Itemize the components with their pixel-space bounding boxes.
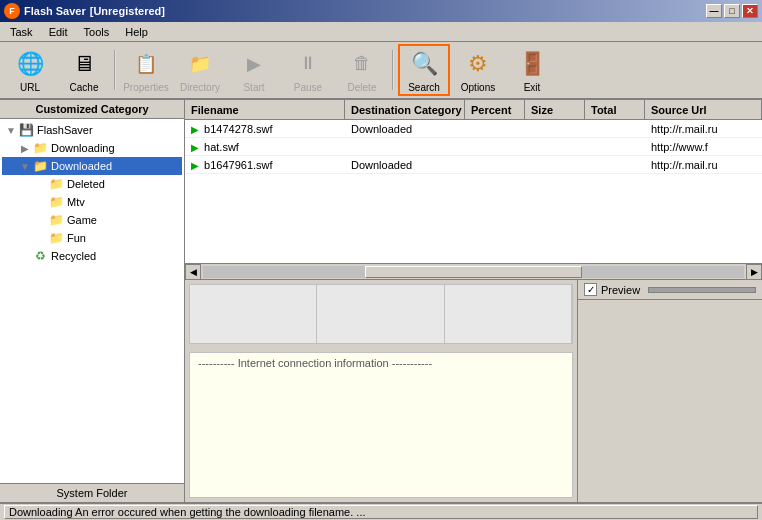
menu-task[interactable]: Task <box>2 22 41 41</box>
mtv-folder-icon: 📁 <box>48 194 64 210</box>
scroll-thumb[interactable] <box>365 266 581 278</box>
menu-tools[interactable]: Tools <box>76 22 118 41</box>
status-bar: Downloading An error occured when gettin… <box>0 502 762 520</box>
table-row[interactable]: ▶ hat.swf http://www.f <box>185 138 762 156</box>
title-bar: F Flash Saver [Unregistered] — □ ✕ <box>0 0 762 22</box>
app-icon: F <box>4 3 20 19</box>
directory-label: Directory <box>180 82 220 93</box>
menu-bar: Task Edit Tools Help <box>0 22 762 42</box>
file-cell-percent-0 <box>465 128 525 130</box>
search-icon: 🔍 <box>408 48 440 80</box>
col-header-filename[interactable]: Filename <box>185 100 345 119</box>
exit-label: Exit <box>524 82 541 93</box>
toolbar-directory-button[interactable]: 📁 Directory <box>174 44 226 96</box>
preview-label: Preview <box>601 284 640 296</box>
preview-checkbox[interactable]: ✓ <box>584 283 597 296</box>
filename-1: hat.swf <box>204 141 239 153</box>
expand-downloaded: ▼ <box>18 161 32 172</box>
sidebar-item-fun[interactable]: 📁 Fun <box>2 229 182 247</box>
scroll-track[interactable] <box>203 266 744 278</box>
file-cell-size-0 <box>525 128 585 130</box>
status-text: Downloading An error occured when gettin… <box>9 506 366 518</box>
status-panel: Downloading An error occured when gettin… <box>4 505 758 519</box>
close-button[interactable]: ✕ <box>742 4 758 18</box>
horizontal-scrollbar[interactable]: ◀ ▶ <box>185 263 762 279</box>
toolbar-url-button[interactable]: 🌐 URL <box>4 44 56 96</box>
sidebar-item-flashsaver[interactable]: ▼ 💾 FlashSaver <box>2 121 182 139</box>
downloaded-label: Downloaded <box>51 160 112 172</box>
file-cell-filename-1: ▶ hat.swf <box>185 140 345 154</box>
info-text: ---------- Internet connection informati… <box>198 357 432 369</box>
file-cell-size-1 <box>525 146 585 148</box>
file-cell-filename-2: ▶ b1647961.swf <box>185 158 345 172</box>
exit-icon: 🚪 <box>516 48 548 80</box>
flashsaver-icon: 💾 <box>18 122 34 138</box>
file-list-header: Filename Destination Category Percent Si… <box>185 100 762 120</box>
sidebar-item-downloading[interactable]: ▶ 📁 Downloading <box>2 139 182 157</box>
delete-label: Delete <box>348 82 377 93</box>
flashsaver-label: FlashSaver <box>37 124 93 136</box>
col-header-size[interactable]: Size <box>525 100 585 119</box>
toolbar-start-button[interactable]: ▶ Start <box>228 44 280 96</box>
col-header-sourceurl[interactable]: Source Url <box>645 100 762 119</box>
search-label: Search <box>408 82 440 93</box>
start-icon: ▶ <box>238 48 270 80</box>
recycled-label: Recycled <box>51 250 96 262</box>
file-cell-sourceurl-1: http://www.f <box>645 140 762 154</box>
game-folder-icon: 📁 <box>48 212 64 228</box>
properties-icon: 📋 <box>130 48 162 80</box>
sidebar-item-downloaded[interactable]: ▼ 📁 Downloaded <box>2 157 182 175</box>
sidebar-footer: System Folder <box>0 483 184 502</box>
filename-2: b1647961.swf <box>204 159 273 171</box>
expand-downloading: ▶ <box>18 143 32 154</box>
preview-box <box>189 284 573 344</box>
toolbar-options-button[interactable]: ⚙ Options <box>452 44 504 96</box>
col-header-total[interactable]: Total <box>585 100 645 119</box>
toolbar-pause-button[interactable]: ⏸ Pause <box>282 44 334 96</box>
fun-label: Fun <box>67 232 86 244</box>
mtv-label: Mtv <box>67 196 85 208</box>
toolbar-exit-button[interactable]: 🚪 Exit <box>506 44 558 96</box>
preview-slider[interactable] <box>648 287 756 293</box>
toolbar-separator-2 <box>392 50 394 90</box>
toolbar: 🌐 URL 🖥 Cache 📋 Properties 📁 Directory ▶… <box>0 42 762 100</box>
minimize-button[interactable]: — <box>706 4 722 18</box>
lower-area: ---------- Internet connection informati… <box>185 280 762 502</box>
pause-label: Pause <box>294 82 322 93</box>
sidebar-item-deleted[interactable]: 📁 Deleted <box>2 175 182 193</box>
options-icon: ⚙ <box>462 48 494 80</box>
menu-edit[interactable]: Edit <box>41 22 76 41</box>
table-row[interactable]: ▶ b1474278.swf Downloaded http://r.mail.… <box>185 120 762 138</box>
menu-help[interactable]: Help <box>117 22 156 41</box>
delete-icon: 🗑 <box>346 48 378 80</box>
preview-row-3 <box>445 285 572 343</box>
filename-0: b1474278.swf <box>204 123 273 135</box>
toolbar-cache-button[interactable]: 🖥 Cache <box>58 44 110 96</box>
cache-icon: 🖥 <box>68 48 100 80</box>
scroll-right-button[interactable]: ▶ <box>746 264 762 280</box>
maximize-button[interactable]: □ <box>724 4 740 18</box>
file-cell-filename-0: ▶ b1474278.swf <box>185 122 345 136</box>
table-row[interactable]: ▶ b1647961.swf Downloaded http://r.mail.… <box>185 156 762 174</box>
cache-label: Cache <box>70 82 99 93</box>
file-arrow-1: ▶ <box>191 142 199 153</box>
preview-header: ✓ Preview <box>578 280 762 300</box>
scroll-left-button[interactable]: ◀ <box>185 264 201 280</box>
app-status: [Unregistered] <box>90 5 165 17</box>
toolbar-properties-button[interactable]: 📋 Properties <box>120 44 172 96</box>
col-header-destcat[interactable]: Destination Category <box>345 100 465 119</box>
url-label: URL <box>20 82 40 93</box>
sidebar-item-recycled[interactable]: ♻ Recycled <box>2 247 182 265</box>
start-label: Start <box>243 82 264 93</box>
sidebar-item-game[interactable]: 📁 Game <box>2 211 182 229</box>
sidebar-content: ▼ 💾 FlashSaver ▶ 📁 Downloading ▼ 📁 Downl… <box>0 119 184 483</box>
right-panel: ✓ Preview <box>577 280 762 502</box>
app-name: Flash Saver <box>24 5 86 17</box>
sidebar-item-mtv[interactable]: 📁 Mtv <box>2 193 182 211</box>
toolbar-delete-button[interactable]: 🗑 Delete <box>336 44 388 96</box>
col-header-percent[interactable]: Percent <box>465 100 525 119</box>
deleted-folder-icon: 📁 <box>48 176 64 192</box>
main-layout: Customized Category ▼ 💾 FlashSaver ▶ 📁 D… <box>0 100 762 502</box>
sidebar-header: Customized Category <box>0 100 184 119</box>
toolbar-search-button[interactable]: 🔍 Search <box>398 44 450 96</box>
